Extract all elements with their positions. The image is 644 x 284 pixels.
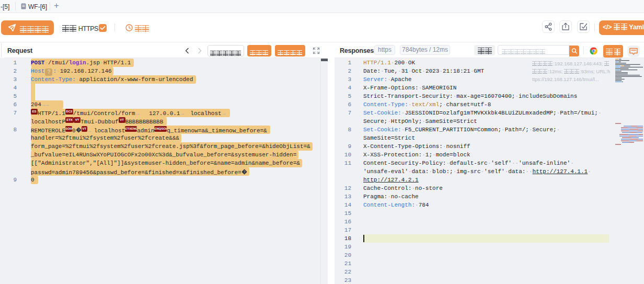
svg-text:?: ? [243,170,245,174]
svg-text:?: ? [77,128,79,132]
